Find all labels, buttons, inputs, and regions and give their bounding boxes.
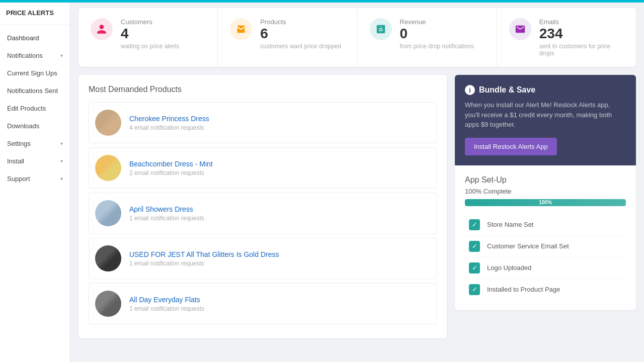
- setup-card: App Set-Up 100% Complete 100% ✓ Store Na…: [455, 165, 636, 310]
- sidebar-item-current-signups[interactable]: Current Sign Ups: [0, 64, 70, 82]
- progress-bar-background: 100%: [465, 199, 626, 206]
- stat-number-revenue: 0: [400, 27, 474, 41]
- emails-icon: [509, 18, 531, 40]
- bundle-card: i Bundle & Save When you install our Ale…: [455, 75, 636, 165]
- info-icon: i: [465, 85, 475, 95]
- setup-title: App Set-Up: [465, 175, 626, 185]
- sidebar-item-settings[interactable]: Settings ▾: [0, 135, 70, 152]
- product-item-3: USED FOR JEST All That Glitters Is Gold …: [89, 238, 437, 279]
- stat-card-revenue: Revenue 0 from price drop notifications: [358, 8, 497, 67]
- stat-info-emails: Emails 234 sent to customers for price d…: [539, 18, 624, 57]
- checkbox-checked-3: ✓: [469, 284, 480, 295]
- sidebar-item-label: Install: [7, 157, 24, 165]
- product-item-4: All Day Everyday Flats 1 email notificat…: [89, 283, 437, 324]
- bundle-title: i Bundle & Save: [465, 85, 626, 95]
- products-title: Most Demanded Products: [89, 85, 437, 94]
- product-requests-1: 2 email notification requests: [129, 169, 430, 176]
- stat-info-products: Products 6 customers want price dropped: [260, 18, 341, 50]
- product-avatar-2: [95, 200, 121, 226]
- stat-sublabel-revenue: from price drop notifications: [400, 43, 474, 50]
- stat-label-emails: Emails: [539, 18, 624, 26]
- right-panel: i Bundle & Save When you install our Ale…: [455, 75, 636, 310]
- stat-label-customers: Customers: [121, 18, 179, 26]
- setup-percent: 100% Complete: [465, 188, 626, 195]
- sidebar-item-label: Edit Products: [7, 105, 46, 112]
- product-requests-4: 1 email notification requests: [129, 305, 430, 312]
- stats-row: Customers 4 waiting on price alerts Prod…: [78, 8, 636, 67]
- sidebar-item-notifications-sent[interactable]: Notifications Sent: [0, 82, 70, 100]
- product-name-2[interactable]: April Showers Dress: [129, 205, 430, 213]
- checkbox-checked-1: ✓: [469, 241, 480, 252]
- product-name-0[interactable]: Cherokee Princess Dress: [129, 115, 430, 123]
- sidebar-item-support[interactable]: Support ▾: [0, 170, 70, 188]
- sidebar-item-downloads[interactable]: Downloads: [0, 117, 70, 135]
- chevron-down-icon: ▾: [60, 141, 63, 146]
- product-requests-2: 1 email notification requests: [129, 215, 430, 222]
- sidebar: PRICE ALERTS Dashboard Notifications ▾ C…: [0, 0, 70, 362]
- checklist-item-1: ✓ Customer Service Email Set: [465, 236, 626, 257]
- product-info-4: All Day Everyday Flats 1 email notificat…: [129, 296, 430, 312]
- stat-label-products: Products: [260, 18, 341, 26]
- checklist-item-3: ✓ Installed to Product Page: [465, 279, 626, 300]
- checklist-label-0: Store Name Set: [487, 221, 534, 228]
- checklist-item-2: ✓ Logo Uploaded: [465, 257, 626, 279]
- sidebar-item-install[interactable]: Install ▾: [0, 152, 70, 170]
- product-item-1: Beachcomber Dress - Mint 2 email notific…: [89, 147, 437, 189]
- product-avatar-4: [95, 291, 121, 317]
- product-item-0: Cherokee Princess Dress 4 email notifica…: [89, 102, 437, 143]
- checklist-label-1: Customer Service Email Set: [487, 242, 569, 250]
- chevron-down-icon: ▾: [60, 176, 63, 182]
- sidebar-item-label: Notifications: [7, 52, 43, 59]
- checklist-label-3: Installed to Product Page: [487, 286, 560, 293]
- sidebar-item-edit-products[interactable]: Edit Products: [0, 100, 70, 117]
- checklist-item-0: ✓ Store Name Set: [465, 214, 626, 236]
- sidebar-item-dashboard[interactable]: Dashboard: [0, 29, 70, 47]
- stat-card-emails: Emails 234 sent to customers for price d…: [497, 8, 636, 67]
- stat-number-customers: 4: [121, 27, 179, 41]
- stat-info-revenue: Revenue 0 from price drop notifications: [400, 18, 474, 50]
- stat-number-emails: 234: [539, 27, 624, 41]
- product-avatar-3: [95, 245, 121, 272]
- top-bar: [0, 0, 644, 3]
- bundle-description: When you install our Alert Me! Restock A…: [465, 100, 626, 130]
- stat-card-products: Products 6 customers want price dropped: [218, 8, 357, 67]
- stat-sublabel-customers: waiting on price alerts: [121, 43, 179, 50]
- product-avatar-0: [95, 110, 121, 136]
- checklist-label-2: Logo Uploaded: [487, 264, 531, 272]
- product-info-1: Beachcomber Dress - Mint 2 email notific…: [129, 160, 430, 176]
- sidebar-item-label: Notifications Sent: [7, 87, 58, 95]
- sidebar-item-label: Settings: [7, 140, 31, 147]
- product-item-2: April Showers Dress 1 email notification…: [89, 193, 437, 234]
- products-panel: Most Demanded Products Cherokee Princess…: [78, 75, 447, 338]
- product-name-1[interactable]: Beachcomber Dress - Mint: [129, 160, 430, 168]
- product-requests-3: 1 email notification requests: [129, 260, 430, 267]
- checkbox-checked-2: ✓: [469, 262, 480, 274]
- checkbox-checked-0: ✓: [469, 219, 480, 230]
- product-info-2: April Showers Dress 1 email notification…: [129, 205, 430, 222]
- sidebar-item-label: Dashboard: [7, 34, 39, 42]
- product-avatar-1: [95, 155, 121, 181]
- install-restock-alerts-button[interactable]: Install Restock Alerts App: [465, 138, 557, 155]
- product-name-3[interactable]: USED FOR JEST All That Glitters Is Gold …: [129, 250, 430, 258]
- chevron-down-icon: ▾: [60, 158, 63, 164]
- content-row: Most Demanded Products Cherokee Princess…: [78, 75, 636, 338]
- stat-card-customers: Customers 4 waiting on price alerts: [78, 8, 218, 67]
- product-requests-0: 4 email notification requests: [129, 124, 430, 131]
- products-icon: [230, 18, 252, 40]
- customers-icon: [91, 18, 113, 40]
- sidebar-item-label: Current Sign Ups: [7, 69, 57, 77]
- stat-info-customers: Customers 4 waiting on price alerts: [121, 18, 179, 50]
- sidebar-item-notifications[interactable]: Notifications ▾: [0, 47, 70, 64]
- sidebar-item-label: Support: [7, 175, 30, 183]
- product-info-0: Cherokee Princess Dress 4 email notifica…: [129, 115, 430, 131]
- progress-bar-fill: 100%: [465, 199, 626, 206]
- stat-label-revenue: Revenue: [400, 18, 474, 26]
- product-name-4[interactable]: All Day Everyday Flats: [129, 296, 430, 304]
- stat-number-products: 6: [260, 27, 341, 41]
- revenue-icon: [370, 18, 392, 40]
- stat-sublabel-products: customers want price dropped: [260, 43, 341, 50]
- sidebar-logo: PRICE ALERTS: [0, 5, 70, 25]
- chevron-down-icon: ▾: [60, 53, 63, 58]
- stat-sublabel-emails: sent to customers for price drops: [539, 43, 624, 57]
- product-info-3: USED FOR JEST All That Glitters Is Gold …: [129, 250, 430, 267]
